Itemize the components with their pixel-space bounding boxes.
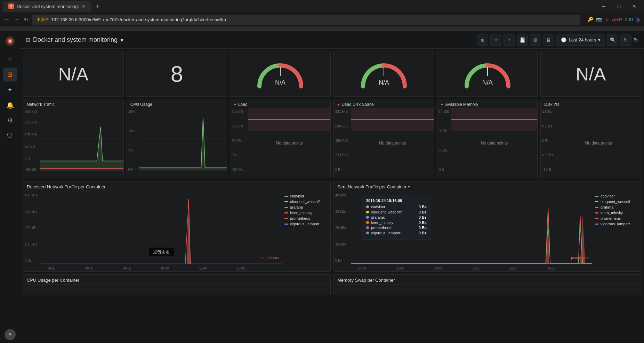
sidebar-item-alerting[interactable]: 🔔: [3, 98, 17, 112]
svg-text:12:00: 12:00: [509, 266, 517, 270]
svg-text:G: G: [9, 39, 11, 43]
memory-no-data: No data points: [481, 141, 508, 146]
svg-rect-25: [351, 108, 434, 131]
disk-io-title: Disk I/O: [544, 102, 559, 107]
maximize-button[interactable]: □: [612, 1, 626, 11]
add-panel-button[interactable]: ⊕: [477, 34, 488, 46]
recv-y-axis: 400 kBs 300 kBs 200 kBs 100 kBs 0 Bs: [23, 191, 41, 270]
row-2: Network Traffic 391 KiB 293 KiB 195 KiB …: [23, 100, 641, 178]
address-bar: ← → ↻ 不安全 192.168.20.6:3000/d/W9_meZ0Zk/…: [0, 13, 644, 26]
share-button[interactable]: ↑: [504, 34, 515, 46]
legend-eloquent-wescoff: eloquent_wescoff: [284, 200, 328, 204]
svg-text:N/A: N/A: [275, 79, 285, 86]
cpu-usage-title: CPU Usage: [130, 102, 152, 107]
svg-text:00:00: 00:00: [86, 266, 93, 270]
panel-disk-io: Disk I/O 1.0 Bs 0.5 Bs 0 Bs -0.5 Bs -1.0…: [540, 100, 641, 178]
panel-memory-swap: Memory Swap per Container: [333, 274, 641, 295]
title-dropdown-arrow: ▾: [120, 36, 123, 44]
display-button[interactable]: 🖥: [543, 34, 554, 46]
memory-gauge-svg: N/A: [460, 57, 515, 92]
panel-gauge-load: N/A: [230, 52, 331, 97]
load-chart-header: ♥ Load: [230, 100, 330, 108]
svg-text:20:00: 20:00: [358, 266, 366, 270]
disk-chart-title: Used Disk Space: [342, 102, 374, 107]
click-fix-label[interactable]: 点击固定: [149, 248, 174, 256]
sidebar: G + ⊞ ✦ 🔔 ⚙ 🛡 A: [0, 31, 20, 343]
save-button[interactable]: 💾: [517, 34, 528, 46]
close-tab-button[interactable]: ✕: [82, 3, 86, 9]
panel-load-chart: ♥ Load 150.0% 100.0% 50.0% 0% -50.0%: [230, 100, 331, 178]
refresh-button[interactable]: ↻: [620, 34, 631, 46]
panel-stat-2: 8: [127, 52, 227, 97]
grafana-logo[interactable]: G: [3, 34, 17, 48]
sidebar-item-plus[interactable]: +: [3, 52, 17, 66]
memory-chart-body: 14 GiB 9 GiB 5 GiB 0 B No data points: [437, 108, 538, 178]
minimize-button[interactable]: ─: [597, 1, 611, 11]
legend-grafana: grafana: [284, 205, 328, 209]
close-button[interactable]: ✕: [627, 1, 641, 11]
sidebar-item-settings[interactable]: ⚙: [3, 114, 17, 127]
recv-legend: cadvisor eloquent_wescoff grafana: [282, 191, 330, 270]
panel-cpu-per-container: CPU Usage per Container: [23, 274, 331, 295]
disk-heart-icon: ♥: [337, 102, 340, 107]
svg-text:04:00: 04:00: [434, 266, 442, 270]
sent-dropdown-arrow[interactable]: ▾: [408, 185, 410, 189]
search-button[interactable]: 🔍: [607, 34, 618, 46]
sidebar-item-explore[interactable]: ✦: [3, 83, 17, 97]
sent-legend-dot-cadvisor: [595, 196, 598, 197]
active-tab[interactable]: G Docker and system monitoring: ✕: [3, 1, 91, 12]
panel-memory-chart: ♥ Available Memory 14 GiB 9 GiB 5 GiB 0 …: [437, 100, 538, 178]
load-chart-title: Load: [238, 102, 248, 107]
memory-chart-title: Available Memory: [445, 102, 478, 107]
new-tab-button[interactable]: +: [93, 1, 103, 12]
sent-legend-cadvisor: cadvisor: [595, 194, 638, 198]
forward-button[interactable]: →: [14, 16, 19, 23]
recv-canvas: 20:00 00:00 04:00 08:00 12:00 16:00 prom…: [41, 191, 282, 270]
address-input[interactable]: 不安全 192.168.20.6:3000/d/W9_meZ0Zk/docker…: [32, 15, 580, 25]
topbar: ⊞ Docker and system monitoring ▾ ⊕ ☆ ↑ 💾…: [20, 31, 644, 49]
disk-io-y-axis: 1.0 Bs 0.5 Bs 0 Bs -0.5 Bs -1.0 Bs: [541, 108, 556, 178]
star-button[interactable]: ☆: [490, 34, 501, 46]
ext1-icon: ARP: [612, 17, 622, 22]
panel-sent-traffic: Sent Network Traffic per Container ▾ 40 …: [333, 181, 641, 272]
panel-stat-1: N/A: [23, 52, 124, 97]
browser-tools: 🔑 📷 ☆ ARP 200 ◎: [587, 17, 640, 22]
stat-value-2: 8: [171, 63, 183, 85]
memory-chart-header: ♥ Available Memory: [437, 100, 538, 108]
sidebar-item-dashboard[interactable]: ⊞: [3, 68, 17, 81]
dashboard-title[interactable]: Docker and system monitoring ▾: [33, 36, 123, 44]
recv-traffic-title: Received Network Traffic per Container: [27, 184, 106, 189]
load-no-data: No data points: [276, 141, 303, 146]
disk-io-header: Disk I/O: [541, 100, 641, 108]
legend-vigorous: vigorous_lamport: [284, 222, 328, 226]
sent-traffic-body: 40 kBs 30 kBs 20 kBs 10 kBs 0 Bs: [334, 191, 641, 270]
settings-button[interactable]: ⚙: [530, 34, 541, 46]
reload-button[interactable]: ↻: [24, 16, 28, 23]
cpu-per-container-title: CPU Usage per Container: [27, 278, 79, 283]
legend-dot-cadvisor: [284, 196, 288, 197]
row-4: CPU Usage per Container Memory Swap per …: [23, 274, 641, 295]
svg-text:04:00: 04:00: [123, 266, 131, 270]
grid-icon: ⊞: [26, 37, 30, 43]
row-1: N/A 8: [23, 52, 641, 97]
tooltip-keen: keen_minsky: 0 Bs: [366, 220, 427, 225]
ext3-icon: ◎: [636, 17, 640, 22]
panel-network-traffic: Network Traffic 391 KiB 293 KiB 195 KiB …: [23, 100, 124, 178]
sidebar-item-shield[interactable]: 🛡: [3, 129, 17, 143]
tooltip-prometheus: prometheus: 0 Bs: [366, 226, 427, 230]
load-gauge-svg: N/A: [252, 57, 308, 92]
tooltip-dot-eloquent: [366, 211, 369, 213]
disk-chart-body: 931 GiB 698 GiB 466 GiB 233 GiB 0 B No d: [334, 108, 434, 178]
tooltip-dot-prometheus: [366, 226, 369, 229]
recv-prometheus-label: prometheus: [260, 256, 279, 260]
user-avatar[interactable]: A: [5, 329, 16, 340]
sent-legend-dot-grafana: [595, 207, 598, 208]
time-range-button[interactable]: 🕐 Last 24 hours ▾: [556, 34, 605, 46]
disk-y-axis: 931 GiB 698 GiB 466 GiB 233 GiB 0 B: [334, 108, 351, 178]
tooltip-dot-grafana: [366, 216, 369, 219]
network-y-axis: 391 KiB 293 KiB 195 KiB 98 KiB 0 B -98 K…: [23, 108, 40, 178]
sent-traffic-header: Sent Network Traffic per Container ▾: [334, 181, 641, 191]
legend-keen-minsky: keen_minsky: [284, 211, 328, 215]
back-button[interactable]: ←: [4, 16, 10, 23]
legend-cadvisor: cadvisor: [284, 194, 328, 198]
